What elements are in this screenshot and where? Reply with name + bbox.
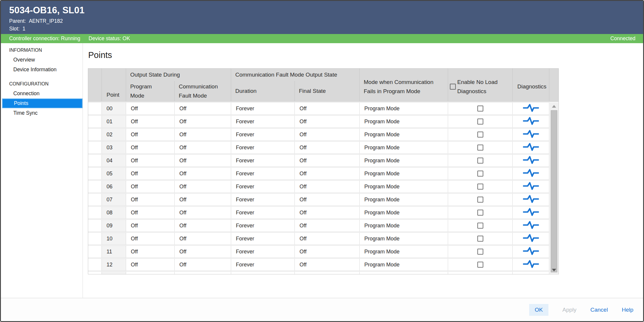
final-state-cell[interactable]: Off [295,207,360,219]
duration-cell[interactable]: Forever [231,103,295,114]
comm-fault-mode-cell[interactable]: Off [175,220,231,232]
enable-no-load-checkbox[interactable] [477,210,483,216]
program-mode-cell[interactable]: Off [126,155,175,166]
program-mode-cell[interactable]: Off [126,142,175,153]
duration-cell[interactable]: Forever [231,246,295,258]
duration-cell[interactable]: Forever [231,129,295,140]
mode-when-comm-fails-cell[interactable]: Program Mode [360,194,448,206]
comm-fault-mode-cell[interactable]: Off [175,181,231,192]
enable-no-load-checkbox[interactable] [477,119,483,124]
cancel-button[interactable]: Cancel [590,307,608,313]
final-state-cell[interactable]: Off [295,142,360,153]
enable-no-load-checkbox[interactable] [477,236,483,242]
mode-when-comm-fails-cell[interactable]: Program Mode [360,129,448,140]
final-state-cell[interactable]: Off [295,116,360,127]
program-mode-cell[interactable]: Off [126,116,175,127]
diagnostics-pulse-icon[interactable] [523,234,539,244]
duration-cell[interactable]: Forever [231,181,295,192]
final-state-cell[interactable]: Off [295,103,360,114]
program-mode-cell[interactable]: Off [126,246,175,258]
scrollbar-down-arrow[interactable] [550,266,558,274]
mode-when-comm-fails-cell[interactable]: Program Mode [360,246,448,258]
final-state-cell[interactable]: Off [295,129,360,140]
diagnostics-pulse-icon[interactable] [523,260,539,270]
mode-when-comm-fails-cell[interactable]: Program Mode [360,116,448,127]
row-selector-cell[interactable] [88,220,102,232]
duration-cell[interactable]: Forever [231,220,295,232]
enable-no-load-checkbox[interactable] [477,197,483,203]
diagnostics-pulse-icon[interactable] [523,182,539,192]
enable-no-load-checkbox[interactable] [477,223,483,229]
diagnostics-pulse-icon[interactable] [523,195,539,205]
duration-cell[interactable]: Forever [231,233,295,245]
sidebar-item-device-information[interactable]: Device Information [1,65,83,75]
mode-when-comm-fails-cell[interactable]: Program Mode [360,142,448,153]
row-selector-cell[interactable] [88,129,102,140]
diagnostics-pulse-icon[interactable] [523,130,539,140]
diagnostics-pulse-icon[interactable] [523,116,539,127]
duration-cell[interactable]: Forever [231,116,295,127]
row-selector-cell[interactable] [88,246,102,258]
enable-no-load-checkbox[interactable] [477,145,483,151]
diagnostics-pulse-icon[interactable] [523,103,539,114]
diagnostics-pulse-icon[interactable] [523,143,539,153]
scrollbar-thumb[interactable] [551,110,557,272]
final-state-cell[interactable]: Off [295,194,360,206]
comm-fault-mode-cell[interactable]: Off [175,129,231,140]
apply-button[interactable]: Apply [562,307,577,313]
enable-no-load-checkbox[interactable] [477,184,483,190]
row-selector-cell[interactable] [88,103,102,114]
diagnostics-pulse-icon[interactable] [523,169,539,179]
duration-cell[interactable]: Forever [231,168,295,179]
program-mode-cell[interactable]: Off [126,194,175,206]
comm-fault-mode-cell[interactable]: Off [175,168,231,179]
final-state-cell[interactable]: Off [295,259,360,271]
sidebar-item-overview[interactable]: Overview [1,55,83,65]
final-state-cell[interactable]: Off [295,181,360,192]
row-selector-cell[interactable] [88,259,102,271]
comm-fault-mode-cell[interactable]: Off [175,259,231,271]
diagnostics-pulse-icon[interactable] [523,156,539,166]
final-state-cell[interactable]: Off [295,220,360,232]
sidebar-item-connection[interactable]: Connection [1,89,83,98]
scrollbar-up-arrow[interactable] [550,102,558,110]
comm-fault-mode-cell[interactable]: Off [175,103,231,114]
mode-when-comm-fails-cell[interactable]: Program Mode [360,233,448,245]
sidebar-item-points[interactable]: Points [2,98,83,108]
row-selector-cell[interactable] [88,155,102,166]
enable-no-load-checkbox[interactable] [477,262,483,268]
program-mode-cell[interactable]: Off [126,103,175,114]
duration-cell[interactable]: Forever [231,155,295,166]
program-mode-cell[interactable]: Off [126,168,175,179]
duration-cell[interactable]: Forever [231,207,295,219]
comm-fault-mode-cell[interactable]: Off [175,194,231,206]
diagnostics-pulse-icon[interactable] [523,208,539,218]
sidebar-item-time-sync[interactable]: Time Sync [1,108,83,118]
row-selector-cell[interactable] [88,116,102,127]
duration-cell[interactable]: Forever [231,194,295,206]
row-selector-cell[interactable] [88,194,102,206]
enable-no-load-all-checkbox[interactable] [450,84,456,90]
enable-no-load-checkbox[interactable] [477,106,483,111]
vertical-scrollbar[interactable] [550,102,558,274]
duration-cell[interactable]: Forever [231,259,295,271]
diagnostics-pulse-icon[interactable] [523,221,539,231]
mode-when-comm-fails-cell[interactable]: Program Mode [360,220,448,232]
row-selector-cell[interactable] [88,142,102,153]
final-state-cell[interactable]: Off [295,168,360,179]
comm-fault-mode-cell[interactable]: Off [175,207,231,219]
mode-when-comm-fails-cell[interactable]: Program Mode [360,207,448,219]
comm-fault-mode-cell[interactable]: Off [175,246,231,258]
mode-when-comm-fails-cell[interactable]: Program Mode [360,168,448,179]
help-button[interactable]: Help [622,307,633,313]
ok-button[interactable]: OK [529,304,548,316]
enable-no-load-checkbox[interactable] [477,249,483,255]
final-state-cell[interactable]: Off [295,233,360,245]
row-selector-cell[interactable] [88,168,102,179]
enable-no-load-checkbox[interactable] [477,158,483,164]
program-mode-cell[interactable]: Off [126,129,175,140]
comm-fault-mode-cell[interactable]: Off [175,142,231,153]
program-mode-cell[interactable]: Off [126,220,175,232]
row-selector-cell[interactable] [88,207,102,219]
mode-when-comm-fails-cell[interactable]: Program Mode [360,259,448,271]
